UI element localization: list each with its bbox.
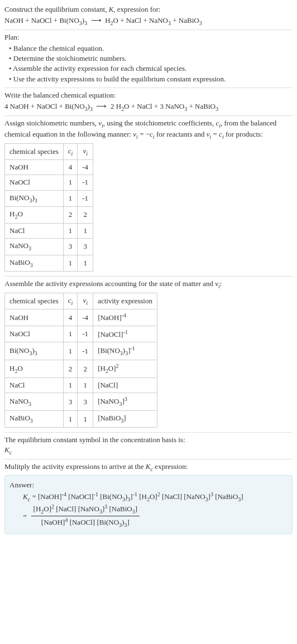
balanced-section: Write the balanced chemical equation: 4 … (4, 88, 293, 116)
table-header-row: chemical species ci νi (5, 143, 93, 160)
table-row: NaBiO311 (5, 255, 93, 272)
unbalanced-equation: NaOH + NaOCl + Bi(NO3)3 ⟶ H2O + NaCl + N… (4, 16, 293, 27)
table-row: Bi(NO3)31-1[Bi(NO3)3]-1 (5, 342, 157, 360)
balanced-equation: 4 NaOH + NaOCl + Bi(NO3)3 ⟶ 2 H2O + NaCl… (4, 101, 293, 113)
stoich-section: Assign stoichiometric numbers, νi, using… (4, 116, 293, 277)
col-ci: ci (63, 143, 78, 160)
answer-label: Answer: (9, 480, 288, 490)
table-row: NaNO333[NaNO3]3 (5, 393, 157, 411)
stoich-text: Assign stoichiometric numbers, νi, using… (4, 118, 293, 141)
col-expr: activity expression (93, 293, 157, 309)
multiply-text: Mulitply the activity expressions to arr… (4, 462, 293, 473)
kc-symbol: Kc (4, 445, 293, 457)
plan-item: Balance the chemical equation. (9, 43, 293, 54)
balanced-heading: Write the balanced chemical equation: (4, 90, 293, 100)
answer-expr: Kc = [NaOH]-4 [NaOCl]-1 [Bi(NO3)3]-1 [H2… (9, 491, 288, 530)
table-row: H2O22 (5, 207, 93, 224)
prompt-text: Construct the equilibrium constant, K, e… (4, 4, 293, 14)
plan-heading: Plan: (4, 32, 293, 42)
table-row: H2O22[H2O]2 (5, 360, 157, 378)
prompt-section: Construct the equilibrium constant, K, e… (4, 2, 293, 30)
activity-heading: Assemble the activity expressions accoun… (4, 279, 293, 290)
col-ci: ci (63, 293, 78, 309)
activity-section: Assemble the activity expressions accoun… (4, 277, 293, 433)
stoich-table: chemical species ci νi NaOH4-4 NaOCl1-1 … (4, 143, 93, 272)
col-species: chemical species (5, 293, 64, 309)
multiply-section: Mulitply the activity expressions to arr… (4, 459, 293, 537)
table-row: NaCl11[NaCl] (5, 378, 157, 393)
plan-section: Plan: Balance the chemical equation. Det… (4, 30, 293, 88)
plan-list: Balance the chemical equation. Determine… (4, 43, 293, 84)
col-species: chemical species (5, 143, 64, 160)
plan-item: Assemble the activity expression for eac… (9, 64, 293, 74)
plan-item: Use the activity expressions to build th… (9, 74, 293, 84)
table-row: NaBiO311[NaBiO3] (5, 411, 157, 428)
answer-box: Answer: Kc = [NaOH]-4 [NaOCl]-1 [Bi(NO3)… (4, 475, 293, 534)
table-row: NaCl11 (5, 223, 93, 238)
table-row: NaOCl1-1 (5, 175, 93, 190)
table-row: NaOH4-4 (5, 160, 93, 175)
plan-item: Determine the stoichiometric numbers. (9, 54, 293, 64)
col-vi: νi (78, 143, 93, 160)
activity-table: chemical species ci νi activity expressi… (4, 293, 157, 428)
col-vi: νi (78, 293, 93, 309)
table-row: NaOH4-4[NaOH]-4 (5, 309, 157, 326)
kc-symbol-section: The equilibrium constant symbol in the c… (4, 433, 293, 459)
kc-text: The equilibrium constant symbol in the c… (4, 435, 293, 445)
table-header-row: chemical species ci νi activity expressi… (5, 293, 157, 309)
table-row: NaOCl1-1[NaOCl]-1 (5, 326, 157, 342)
answer-line1: Kc = [NaOH]-4 [NaOCl]-1 [Bi(NO3)3]-1 [H2… (23, 491, 288, 503)
table-row: Bi(NO3)31-1 (5, 190, 93, 207)
table-row: NaNO333 (5, 239, 93, 255)
answer-line2: = [H2O]2 [NaCl] [NaNO3]3 [NaBiO3] [NaOH]… (23, 503, 288, 529)
